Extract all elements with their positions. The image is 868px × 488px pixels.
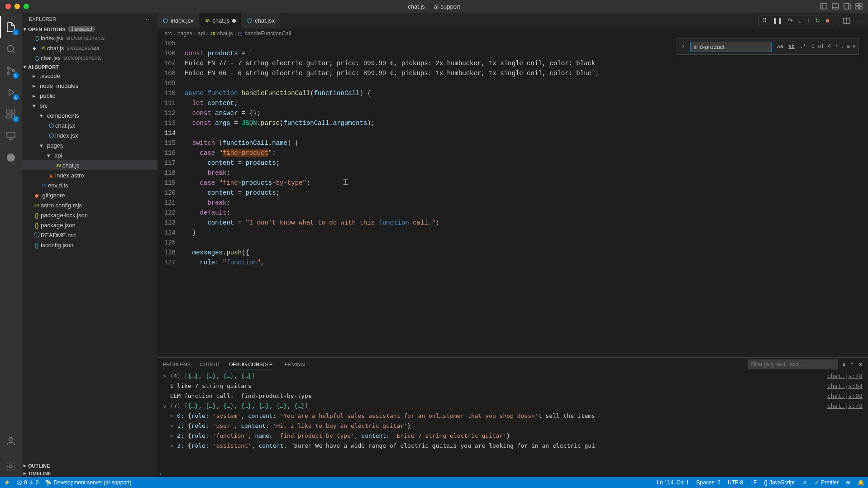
toggle-panel-bottom-icon[interactable] — [832, 3, 839, 10]
outline-header[interactable]: OUTLINE — [22, 462, 157, 469]
debug-filter-input[interactable] — [748, 359, 838, 369]
account-icon[interactable] — [0, 430, 22, 452]
scm-view-icon[interactable]: 1 — [0, 60, 22, 81]
tree-folder[interactable]: components — [22, 110, 157, 120]
settings-icon[interactable] — [0, 455, 22, 477]
stop-icon[interactable]: ■ — [825, 17, 829, 24]
customize-layout-icon[interactable] — [855, 3, 863, 10]
tree-folder[interactable]: pages — [22, 140, 157, 150]
tree-file[interactable]: {}package-lock.json — [22, 210, 157, 220]
close-window-button[interactable] — [5, 4, 11, 9]
open-editor-item[interactable]: ⬡ chat.jsx src/components — [22, 53, 157, 63]
language-status[interactable]: {} JavaScript — [764, 479, 795, 486]
folder-label: components — [47, 112, 79, 119]
project-header[interactable]: AI-SUPPORT — [22, 63, 157, 71]
tree-file[interactable]: ⓘREADME.md — [22, 230, 157, 240]
code-editor[interactable]: 1051061071081091101111121131141151161171… — [157, 38, 868, 357]
breadcrumb-item[interactable]: api — [198, 30, 205, 37]
editor-tab[interactable]: JS chat.js — [200, 13, 242, 29]
tree-file[interactable]: {}package.json — [22, 220, 157, 230]
breadcrumb-item[interactable]: pages — [177, 30, 192, 37]
tree-file[interactable]: ⬡index.jsx — [22, 130, 157, 140]
breadcrumb-item[interactable]: chat.js — [217, 30, 233, 37]
toggle-panel-right-icon[interactable] — [844, 3, 851, 10]
regex-icon[interactable]: .* — [798, 41, 808, 53]
match-case-icon[interactable]: Aa — [775, 41, 785, 53]
open-editor-item[interactable]: ● JS chat.js src/pages/api — [22, 43, 157, 53]
tree-folder[interactable]: src — [22, 100, 157, 110]
drag-icon[interactable]: ⠿ — [763, 17, 767, 24]
minimize-window-button[interactable] — [14, 4, 20, 9]
collapse-panel-icon[interactable]: ⌃ — [850, 362, 854, 368]
encoding-status[interactable]: UTF-8 — [728, 479, 743, 486]
prettier-status[interactable]: ✓ Prettier — [815, 479, 839, 486]
open-editor-item[interactable]: ⬡ index.jsx src/components — [22, 33, 157, 43]
astro-view-icon[interactable] — [0, 147, 22, 168]
tree-folder[interactable]: node_modules — [22, 81, 157, 91]
tree-folder[interactable]: public — [22, 91, 157, 100]
next-match-icon[interactable]: ↓ — [840, 42, 844, 52]
prev-match-icon[interactable]: ↑ — [835, 42, 838, 52]
pause-icon[interactable]: ❚❚ — [773, 17, 782, 24]
tree-file[interactable]: JSchat.js — [22, 160, 157, 170]
feedback-icon[interactable]: ⊕ — [846, 479, 850, 486]
cursor-position[interactable]: Ln 114, Col 1 — [657, 479, 689, 486]
maximize-window-button[interactable] — [24, 4, 29, 9]
find-input[interactable] — [690, 42, 772, 52]
explorer-view-icon[interactable]: 1 — [0, 16, 22, 38]
panel-tab-output[interactable]: OUTPUT — [200, 360, 220, 369]
timeline-header[interactable]: TIMELINE — [22, 469, 157, 477]
editor-tab[interactable]: ⬡ chat.jsx — [242, 13, 281, 29]
restart-icon[interactable]: ↻ — [815, 17, 820, 24]
errors-warnings[interactable]: ⓧ0 ⚠0 — [17, 479, 38, 487]
tree-file[interactable]: {}tsconfig.json — [22, 240, 157, 250]
panel-tab-problems[interactable]: PROBLEMS — [163, 360, 191, 369]
close-panel-icon[interactable]: ✕ — [858, 362, 863, 368]
debug-console-prompt[interactable]: › — [157, 470, 868, 477]
open-editors-label: OPEN EDITORS — [28, 27, 66, 32]
debug-console-output[interactable]: > (4) [{…}, {…}, {…}, {…}]chat.js:78 I l… — [157, 369, 868, 470]
code-content[interactable]: const products = `Enice EN 77 - 7 string… — [185, 38, 868, 357]
eol-status[interactable]: LF — [750, 479, 757, 486]
debug-view-icon[interactable]: 1 — [0, 81, 22, 103]
chevron-right-icon — [24, 463, 26, 469]
tree-folder[interactable]: api — [22, 150, 157, 160]
folder-label: node_modules — [40, 82, 78, 89]
find-in-selection-icon[interactable]: ≡ — [847, 42, 850, 52]
match-word-icon[interactable]: ab — [787, 41, 796, 53]
bell-icon[interactable]: 🔔 — [858, 479, 864, 486]
close-find-icon[interactable]: ✕ — [853, 42, 856, 52]
more-icon[interactable]: ··· — [856, 17, 863, 24]
dev-server-status[interactable]: 📡 Development server (ai-support) — [45, 479, 131, 486]
remote-view-icon[interactable] — [0, 125, 22, 147]
layout-controls — [820, 3, 868, 10]
editor-tab[interactable]: ⬡ index.jsx — [157, 13, 200, 29]
extensions-view-icon[interactable]: 2 — [0, 103, 22, 125]
expand-find-icon[interactable]: › — [680, 42, 687, 52]
breadcrumb-item[interactable]: src — [165, 30, 172, 37]
chevron-right-icon — [24, 470, 26, 476]
open-editors-header[interactable]: OPEN EDITORS 1 unsaved — [22, 25, 157, 33]
split-editor-icon[interactable] — [843, 17, 850, 24]
step-out-icon[interactable]: ↑ — [807, 17, 810, 24]
tree-file[interactable]: ⬡chat.jsx — [22, 120, 157, 130]
tree-file[interactable]: TSenv.d.ts — [22, 180, 157, 190]
explorer-more-icon[interactable]: ··· — [143, 16, 150, 22]
tree-file[interactable]: JSastro.config.mjs — [22, 200, 157, 210]
tree-file[interactable]: ▲index.astro — [22, 170, 157, 180]
search-view-icon[interactable] — [0, 38, 22, 60]
panel-tab-debug-console[interactable]: DEBUG CONSOLE — [229, 360, 272, 369]
step-over-icon[interactable]: ↷ — [788, 17, 793, 24]
tree-folder[interactable]: .vscode — [22, 71, 157, 81]
copilot-icon[interactable]: ☺ — [802, 479, 807, 486]
panel-tab-terminal[interactable]: TERMINAL — [281, 360, 307, 369]
remote-indicator[interactable]: ⚡ — [4, 479, 10, 486]
js-icon: JS — [54, 163, 62, 167]
clear-console-icon[interactable]: ≡ — [843, 362, 845, 367]
indent-status[interactable]: Spaces: 2 — [696, 479, 720, 486]
breadcrumb-item[interactable]: handleFunctionCall — [244, 30, 291, 37]
toggle-panel-left-icon[interactable] — [820, 3, 827, 10]
tree-file[interactable]: ◆.gitignore — [22, 190, 157, 200]
breadcrumbs[interactable]: src› pages› api› JS chat.js› ⊡ handleFun… — [157, 29, 868, 38]
step-into-icon[interactable]: ↓ — [798, 17, 801, 24]
